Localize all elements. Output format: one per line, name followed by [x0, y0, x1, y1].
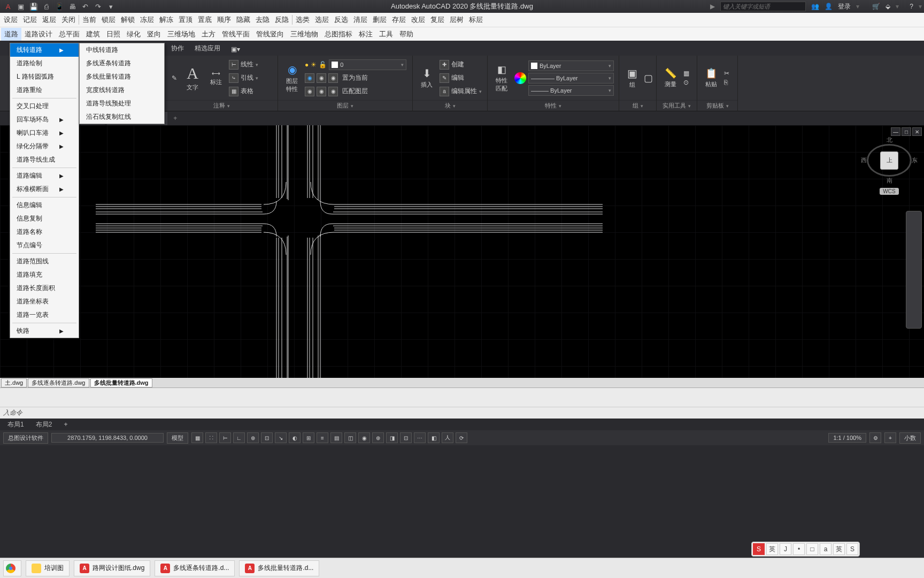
- navigation-bar[interactable]: [906, 211, 922, 329]
- layer-toolbar-item[interactable]: 选层: [312, 13, 332, 26]
- menu-item[interactable]: 信息复制: [10, 212, 79, 225]
- plugin-menu-item[interactable]: 总平面: [56, 28, 83, 41]
- plugin-menu-item[interactable]: 三维场地: [164, 28, 198, 41]
- ribbon-tab-featured[interactable]: 精选应用: [189, 41, 226, 56]
- layer-toolbar-item[interactable]: 去隐: [253, 13, 272, 26]
- match-properties-button[interactable]: ◧ 特性 匹配: [491, 58, 512, 98]
- taskbar-item[interactable]: A多线批量转道路.d...: [239, 560, 319, 576]
- calc-icon[interactable]: ▦: [683, 70, 689, 77]
- brush-icon[interactable]: ✎: [172, 74, 177, 82]
- menu-item[interactable]: 线转道路▶: [10, 43, 79, 57]
- menu-item[interactable]: L 路转圆弧路: [10, 70, 79, 83]
- measure-button[interactable]: 📏测量: [660, 58, 681, 98]
- menu-item[interactable]: 信息编辑: [10, 199, 79, 212]
- plugin-menu-item[interactable]: 竖向: [144, 28, 164, 41]
- save-icon[interactable]: ▣: [15, 1, 27, 12]
- share-icon[interactable]: 👥: [811, 3, 819, 10]
- viewport-min-icon[interactable]: —: [891, 127, 900, 136]
- status-model[interactable]: 模型: [167, 432, 188, 444]
- menu-item[interactable]: 道路编辑▶: [10, 169, 79, 182]
- open-icon[interactable]: 📱: [53, 1, 65, 12]
- ime-button[interactable]: •: [793, 543, 805, 555]
- command-input[interactable]: 入命令: [0, 407, 924, 419]
- plugin-menu-item[interactable]: 标注: [356, 28, 376, 41]
- plugin-menu-item[interactable]: 总图指标: [321, 28, 356, 41]
- taskbar-item[interactable]: 培训图: [26, 560, 70, 576]
- plugin-menu-item[interactable]: 管线竖向: [253, 28, 287, 41]
- status-toggle[interactable]: ◐: [289, 432, 301, 443]
- menu-item[interactable]: 多线批量转道路: [80, 70, 164, 83]
- linear-button[interactable]: ⊢线性▾: [229, 59, 258, 71]
- layer-toolbar-item[interactable]: 冻层: [137, 13, 157, 26]
- apps-icon[interactable]: ⬙: [886, 3, 890, 10]
- layer-toolbar-item[interactable]: 解冻: [157, 13, 176, 26]
- layer-toolbar-item[interactable]: 解锁: [118, 13, 137, 26]
- layer-toolbar-item[interactable]: 层树: [447, 13, 466, 26]
- lock-icon[interactable]: 🔓: [319, 61, 327, 69]
- menu-item[interactable]: 道路范围线: [10, 255, 79, 268]
- ime-button[interactable]: 英: [833, 543, 845, 555]
- text-button[interactable]: A 文字: [182, 58, 203, 98]
- plugin-menu-item[interactable]: 道路: [1, 28, 21, 41]
- menu-item[interactable]: 道路名称: [10, 225, 79, 239]
- gear-icon[interactable]: ⚙: [869, 432, 881, 443]
- viewcube-top[interactable]: 上: [880, 151, 898, 170]
- menu-item[interactable]: 喇叭口车港▶: [10, 126, 79, 140]
- layer-toolbar-item[interactable]: 关闭: [59, 13, 78, 26]
- model-tab[interactable]: 多线批量转道路.dwg: [90, 378, 152, 387]
- menu-item[interactable]: 多线逐条转道路: [80, 57, 164, 70]
- status-toggle[interactable]: ▤: [330, 432, 342, 443]
- edit-block-button[interactable]: ✎编辑: [440, 72, 482, 84]
- status-zoom[interactable]: 1:1 / 100%: [828, 433, 866, 443]
- menu-item[interactable]: 交叉口处理: [10, 100, 79, 113]
- plugin-menu-item[interactable]: 管线平面: [219, 28, 253, 41]
- status-decimal[interactable]: 小数: [899, 432, 921, 444]
- group-button[interactable]: ▣组: [622, 58, 642, 98]
- viewcube[interactable]: 北 西 上 东 南 WCS: [865, 136, 913, 195]
- new-tab-button[interactable]: +: [170, 112, 181, 124]
- ime-button[interactable]: □: [806, 543, 818, 555]
- color-wheel-icon[interactable]: [514, 72, 526, 84]
- dimension-button[interactable]: ⟷ 标注: [205, 58, 227, 98]
- status-toggle[interactable]: ⊞: [303, 432, 314, 443]
- taskbar-item[interactable]: [3, 560, 21, 576]
- plugin-menu-item[interactable]: 日照: [103, 28, 124, 41]
- layer-toolbar-item[interactable]: 当前: [80, 13, 99, 26]
- status-toggle[interactable]: ◨: [386, 432, 398, 443]
- drawing-canvas[interactable]: — □ ✕ 北 西 上 东 南 WCS: [0, 125, 924, 378]
- menu-item[interactable]: 节点编号: [10, 239, 79, 252]
- copy-icon[interactable]: ⎘: [724, 79, 729, 86]
- ime-button[interactable]: 英: [766, 543, 778, 555]
- status-toggle[interactable]: ⊡: [261, 432, 273, 443]
- status-toggle[interactable]: ⸬: [205, 432, 217, 443]
- menu-item[interactable]: 道路重绘: [10, 83, 79, 97]
- plugin-menu-item[interactable]: 绿化: [124, 28, 144, 41]
- layout-tab-2[interactable]: 布局2: [32, 419, 57, 430]
- layer-toolbar-item[interactable]: 存层: [389, 13, 409, 26]
- ime-button[interactable]: S: [846, 543, 858, 555]
- menu-item[interactable]: 道路一览表: [10, 308, 79, 322]
- status-toggle[interactable]: ⊢: [219, 432, 231, 443]
- menu-item[interactable]: 铁路▶: [10, 324, 79, 338]
- layer-toolbar-item[interactable]: 反选: [332, 13, 351, 26]
- viewport-max-icon[interactable]: □: [902, 127, 911, 136]
- undo-icon[interactable]: ↶: [79, 1, 91, 12]
- layer-toolbar-item[interactable]: 选类: [293, 13, 312, 26]
- layer-toolbar-item[interactable]: 设层: [1, 13, 20, 26]
- plugin-menu-item[interactable]: 道路设计: [21, 28, 56, 41]
- plugin-menu-item[interactable]: 工具: [376, 28, 396, 41]
- command-line[interactable]: 入命令: [0, 387, 924, 419]
- plugin-menu-item[interactable]: 土方: [198, 28, 219, 41]
- help-search-input[interactable]: [720, 2, 806, 11]
- layout-add-icon[interactable]: +: [59, 420, 72, 429]
- layer-toolbar-item[interactable]: 隐藏: [234, 13, 253, 26]
- print-icon[interactable]: 🖶: [66, 1, 78, 12]
- taskbar-item[interactable]: A多线逐条转道路.d...: [155, 560, 235, 576]
- layer-toolbar-item[interactable]: 清层: [351, 13, 370, 26]
- leader-button[interactable]: ⤷引线▾: [229, 72, 258, 84]
- ribbon-tab-collab[interactable]: 协作: [166, 41, 189, 56]
- cut-icon[interactable]: ✂: [724, 70, 729, 77]
- wcs-badge[interactable]: WCS: [880, 188, 898, 195]
- ime-button[interactable]: J: [780, 543, 791, 555]
- status-toggle[interactable]: ⊡: [400, 432, 412, 443]
